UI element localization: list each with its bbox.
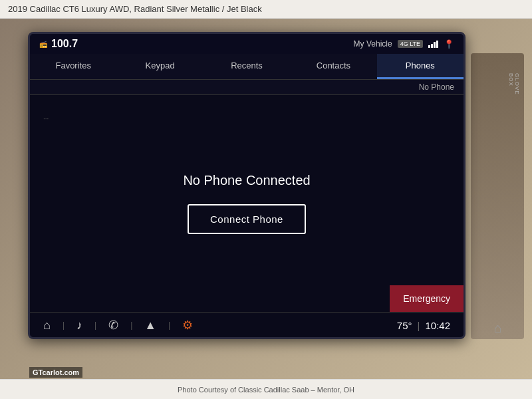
main-content-area: ··· No Phone Connected Connect Phone Eme… [30, 95, 464, 312]
photo-caption: Photo Courtesy of Classic Cadillac Saab … [0, 379, 532, 399]
emergency-button[interactable]: Emergency [390, 285, 464, 312]
nav-divider-4: | [168, 321, 170, 330]
time-temp-display: 75° | 10:42 [397, 320, 450, 331]
signal-bar-4 [436, 41, 438, 48]
home-icon[interactable]: ⌂ [43, 319, 51, 332]
page-wrapper: 2019 Cadillac CT6 Luxury AWD, Radiant Si… [0, 0, 532, 399]
signal-bar-2 [431, 44, 433, 48]
interior-right-panel [471, 53, 524, 339]
caption-bar: 2019 Cadillac CT6 Luxury AWD, Radiant Si… [0, 0, 532, 19]
location-icon: 📍 [444, 39, 454, 49]
tab-phones[interactable]: Phones [377, 54, 464, 79]
phone-icon[interactable]: ✆ [108, 318, 118, 332]
infotainment-screen: 📻 100.7 My Vehicle 4G LTE 📍 Favorites [28, 32, 466, 339]
dot-indicator-left: ··· [43, 115, 49, 122]
music-icon[interactable]: ♪ [76, 319, 82, 332]
bottom-nav-bar: ⌂ | ♪ | ✆ | ▲ | ⚙ 75° | 10:42 [30, 312, 464, 338]
my-vehicle-label: My Vehicle [354, 39, 392, 49]
fm-icon: 📻 [39, 41, 47, 48]
temp-time-divider: | [418, 320, 420, 331]
status-right: My Vehicle 4G LTE 📍 [354, 39, 454, 49]
tab-recents[interactable]: Recents [203, 54, 290, 79]
tab-favorites[interactable]: Favorites [30, 54, 116, 79]
car-info-text: 2019 Cadillac CT6 Luxury AWD, Radiant Si… [8, 4, 262, 14]
time-display: 10:42 [425, 320, 450, 331]
navigation-icon[interactable]: ▲ [144, 319, 156, 332]
lte-badge: 4G LTE [398, 40, 423, 48]
tab-keypad[interactable]: Keypad [116, 54, 203, 79]
fm-frequency: 100.7 [51, 38, 78, 50]
settings-icon[interactable]: ⚙ [182, 318, 193, 332]
signal-bar-3 [434, 42, 436, 48]
temperature-display: 75° [397, 320, 412, 331]
nav-divider-2: | [94, 321, 96, 330]
home-button-physical[interactable]: ⌂ [494, 321, 502, 336]
connect-phone-button[interactable]: Connect Phone [188, 204, 306, 234]
status-left: 📻 100.7 [39, 38, 78, 50]
tabs-bar: Favorites Keypad Recents Contacts Phones [30, 54, 464, 80]
tab-contacts[interactable]: Contacts [290, 54, 376, 79]
watermark-logo: GTcarlot.com [29, 367, 82, 378]
nav-divider-3: | [130, 321, 132, 330]
nav-icons-group: ⌂ | ♪ | ✆ | ▲ | ⚙ [43, 318, 193, 332]
no-phone-subheader: No Phone [30, 80, 464, 95]
nav-divider-1: | [63, 321, 65, 330]
signal-bar-1 [428, 45, 430, 48]
no-phone-connected-text: No Phone Connected [183, 173, 310, 188]
glovebox-label: GLOVEBOX [508, 73, 520, 95]
signal-bars [428, 41, 438, 48]
status-bar: 📻 100.7 My Vehicle 4G LTE 📍 [30, 34, 464, 54]
